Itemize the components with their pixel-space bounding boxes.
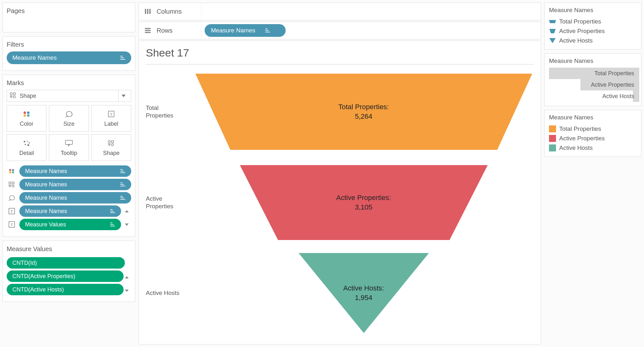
marks-pill[interactable]: Measure Names bbox=[19, 192, 131, 204]
svg-point-27 bbox=[12, 169, 14, 171]
scroll-spinner[interactable] bbox=[125, 224, 131, 226]
marks-label-button[interactable]: T Label bbox=[92, 105, 131, 132]
measure-values-shelf[interactable]: Measure Values CNTD(Id)CNTD(Active Prope… bbox=[3, 241, 135, 302]
funnel-row-label: Active Hosts bbox=[146, 289, 193, 297]
funnel-mark[interactable]: Active Hosts: 1,954 bbox=[299, 253, 429, 333]
svg-rect-54 bbox=[145, 9, 146, 14]
sheet-title-divider bbox=[146, 64, 534, 64]
scroll-spinner[interactable] bbox=[125, 290, 131, 292]
measure-value-pill[interactable]: CNTD(Active Hosts) bbox=[7, 284, 124, 295]
columns-label: Columns bbox=[157, 8, 201, 15]
marks-type-selector[interactable]: Shape bbox=[7, 90, 131, 102]
legend-item-label: Active Hosts bbox=[559, 37, 593, 44]
shape-legend-item[interactable]: Active Hosts bbox=[549, 36, 637, 45]
svg-text:T: T bbox=[10, 209, 13, 214]
color-legend-item[interactable]: Total Properties bbox=[549, 124, 637, 134]
marks-cell-label: Detail bbox=[19, 150, 34, 157]
color-legend-item[interactable]: Active Hosts bbox=[549, 143, 637, 153]
legend-item-label: Total Properties bbox=[559, 18, 601, 25]
svg-point-22 bbox=[108, 140, 111, 143]
columns-shelf[interactable]: Columns bbox=[139, 3, 541, 20]
svg-point-36 bbox=[12, 185, 14, 187]
funnel-chart: Total PropertiesTotal Properties: 5,264A… bbox=[146, 66, 534, 338]
svg-rect-4 bbox=[13, 93, 15, 95]
sheet-title[interactable]: Sheet 17 bbox=[146, 47, 534, 62]
filter-pill-measure-names[interactable]: Measure Names bbox=[7, 51, 131, 64]
size-legend-item[interactable]: Total Properties bbox=[549, 68, 639, 79]
detail-icon bbox=[23, 139, 31, 147]
size-legend-item[interactable]: Active Hosts bbox=[549, 90, 639, 102]
marks-shape-button[interactable]: Shape bbox=[92, 134, 131, 161]
color-legend-item[interactable]: Active Properties bbox=[549, 134, 637, 143]
svg-marker-24 bbox=[108, 144, 111, 146]
sort-icon bbox=[110, 222, 117, 227]
color-legend[interactable]: Measure Names Total PropertiesActive Pro… bbox=[544, 110, 641, 157]
svg-rect-57 bbox=[145, 28, 151, 29]
marks-pill[interactable]: Measure Names bbox=[19, 179, 131, 190]
svg-marker-67 bbox=[549, 29, 556, 33]
pill-label: Measure Values bbox=[25, 221, 66, 228]
funnel-mark[interactable]: Active Properties: 3,105 bbox=[240, 165, 488, 240]
funnel-row: Active PropertiesActive Properties: 3,10… bbox=[146, 157, 534, 248]
size-legend[interactable]: Measure Names Total PropertiesActive Pro… bbox=[544, 53, 641, 106]
sort-icon bbox=[120, 55, 127, 61]
svg-rect-20 bbox=[65, 140, 72, 144]
text-icon: T bbox=[7, 221, 17, 228]
svg-rect-59 bbox=[145, 32, 151, 33]
marks-pill[interactable]: Measure Values bbox=[19, 219, 121, 230]
measure-value-pill[interactable]: CNTD(Active Properties) bbox=[7, 270, 124, 282]
marks-assignment-row: T Measure Values bbox=[7, 219, 131, 230]
marks-pill[interactable]: Measure Names bbox=[19, 165, 131, 177]
marks-detail-button[interactable]: Detail bbox=[7, 134, 46, 161]
sort-icon bbox=[120, 195, 127, 201]
right-pane: Measure Names Total PropertiesActive Pro… bbox=[544, 3, 641, 344]
color-icon bbox=[7, 168, 17, 174]
marks-cell-label: Color bbox=[20, 121, 33, 127]
scroll-spinner[interactable] bbox=[125, 210, 131, 212]
svg-point-19 bbox=[27, 144, 29, 146]
funnel-mark[interactable]: Total Properties: 5,264 bbox=[195, 74, 532, 150]
shape-icon bbox=[7, 181, 17, 188]
shape-legend-icon bbox=[549, 19, 556, 24]
shape-legend-item[interactable]: Total Properties bbox=[549, 17, 637, 26]
shape-icon bbox=[10, 92, 17, 100]
pages-shelf[interactable]: Pages bbox=[3, 3, 135, 32]
rows-shelf[interactable]: Rows Measure Names bbox=[139, 22, 541, 39]
svg-text:T: T bbox=[110, 112, 112, 117]
marks-cell-label: Label bbox=[104, 121, 118, 127]
rows-icon bbox=[139, 27, 157, 34]
filters-shelf[interactable]: Filters Measure Names bbox=[3, 36, 135, 71]
size-legend-item[interactable]: Active Properties bbox=[549, 79, 639, 90]
svg-point-25 bbox=[112, 143, 114, 146]
funnel-row: Total PropertiesTotal Properties: 5,264 bbox=[146, 66, 534, 157]
svg-point-16 bbox=[27, 141, 28, 142]
svg-point-26 bbox=[9, 169, 11, 171]
svg-rect-34 bbox=[12, 182, 14, 184]
marks-cell-label: Tooltip bbox=[61, 150, 77, 157]
shape-icon bbox=[108, 139, 115, 147]
svg-point-3 bbox=[10, 92, 12, 95]
shape-legend-item[interactable]: Active Properties bbox=[549, 26, 637, 36]
size-icon bbox=[64, 110, 73, 118]
scroll-spinner[interactable] bbox=[125, 276, 131, 278]
svg-marker-5 bbox=[10, 96, 12, 98]
svg-point-29 bbox=[12, 171, 14, 174]
shape-legend[interactable]: Measure Names Total PropertiesActive Pro… bbox=[544, 3, 641, 50]
rows-pill-measure-names[interactable]: Measure Names bbox=[205, 24, 286, 37]
marks-size-button[interactable]: Size bbox=[49, 105, 89, 132]
marks-pill[interactable]: Measure Names bbox=[19, 205, 121, 217]
label-icon: T bbox=[108, 110, 115, 118]
marks-tooltip-button[interactable]: Tooltip bbox=[49, 134, 89, 161]
columns-field[interactable] bbox=[201, 3, 541, 20]
funnel-row: Active HostsActive Hosts: 1,954 bbox=[146, 248, 534, 338]
rows-field[interactable]: Measure Names bbox=[201, 22, 541, 39]
funnel-mark-label: Active Properties: 3,105 bbox=[336, 193, 391, 212]
legend-item-label: Total Properties bbox=[549, 70, 639, 77]
measure-value-pill[interactable]: CNTD(Id) bbox=[7, 257, 125, 269]
marks-buttons-grid: Color Size T Label Detail Tooltip bbox=[7, 105, 131, 161]
funnel-mark-label: Total Properties: 5,264 bbox=[338, 102, 389, 121]
marks-color-button[interactable]: Color bbox=[7, 105, 46, 132]
legend-item-label: Active Properties bbox=[559, 135, 605, 142]
marks-cell-label: Shape bbox=[103, 150, 119, 157]
svg-point-17 bbox=[29, 142, 30, 143]
